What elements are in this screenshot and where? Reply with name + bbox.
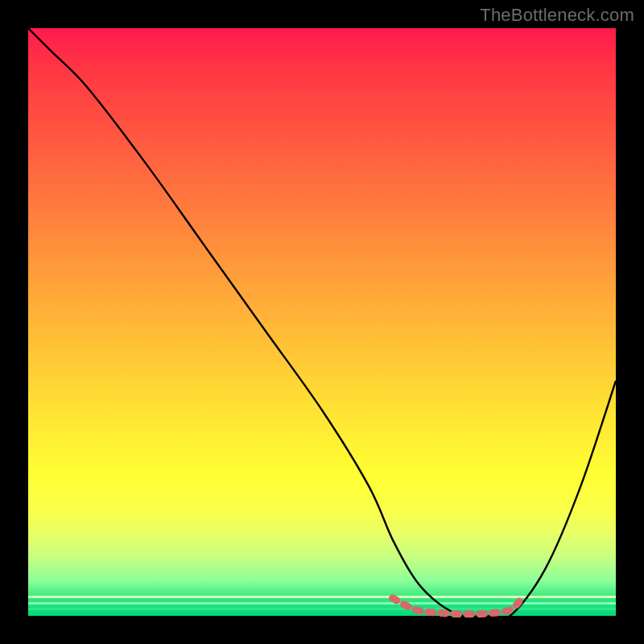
chart-frame: TheBottleneck.com bbox=[0, 0, 644, 644]
chart-svg bbox=[28, 28, 616, 616]
bottleneck-curve bbox=[28, 28, 616, 619]
watermark-text: TheBottleneck.com bbox=[480, 5, 634, 26]
optimal-range-marker bbox=[393, 598, 522, 614]
